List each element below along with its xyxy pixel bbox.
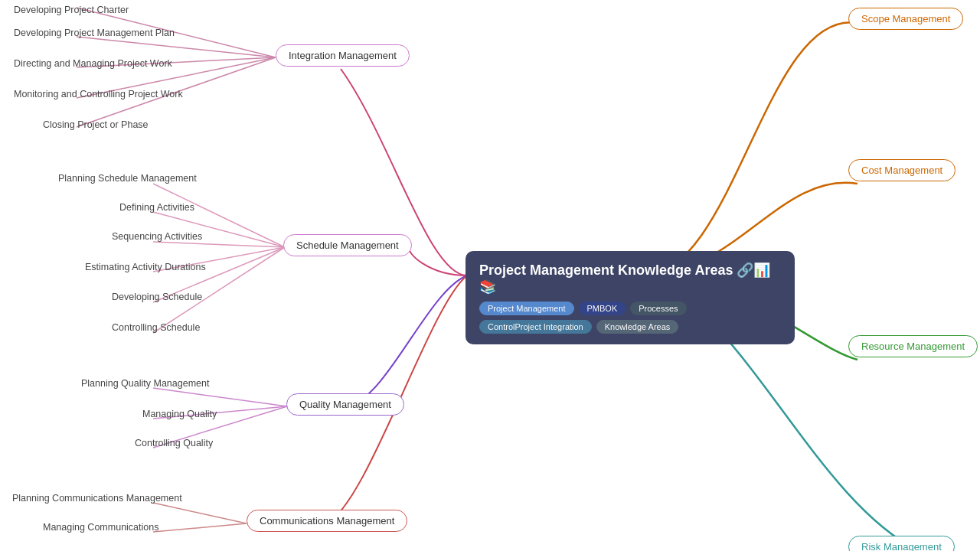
tag-knowledge-areas[interactable]: Knowledge Areas bbox=[596, 320, 679, 334]
resource-management-node[interactable]: Resource Management bbox=[848, 335, 978, 357]
tag-control-project-integration[interactable]: ControlProject Integration bbox=[479, 320, 592, 334]
planning-comms-mgmt: Planning Communications Management bbox=[0, 488, 194, 508]
controlling-schedule: Controlling Schedule bbox=[100, 318, 212, 337]
developing-project-charter: Developing Project Charter bbox=[2, 0, 141, 20]
tag-pmbok[interactable]: PMBOK bbox=[579, 302, 626, 315]
tooltip-title: Project Management Knowledge Areas 🔗📊📚 bbox=[479, 262, 781, 295]
defining-activities: Defining Activities bbox=[107, 197, 207, 217]
tag-project-management[interactable]: Project Management bbox=[479, 302, 574, 315]
cost-management-node[interactable]: Cost Management bbox=[848, 159, 956, 181]
closing-project: Closing Project or Phase bbox=[31, 115, 161, 135]
directing-managing: Directing and Managing Project Work bbox=[2, 54, 185, 73]
schedule-management-node[interactable]: Schedule Management bbox=[283, 234, 412, 256]
monitoring-controlling: Monitoring and Controlling Project Work bbox=[2, 84, 195, 104]
quality-management-node[interactable]: Quality Management bbox=[286, 393, 404, 416]
planning-quality-mgmt: Planning Quality Management bbox=[69, 373, 221, 393]
tooltip-box: Project Management Knowledge Areas 🔗📊📚 P… bbox=[466, 251, 795, 344]
tooltip-tags: Project Management PMBOK Processes Contr… bbox=[479, 302, 781, 334]
sequencing-activities: Sequencing Activities bbox=[100, 227, 214, 246]
controlling-quality: Controlling Quality bbox=[122, 433, 225, 453]
communications-management-node[interactable]: Communications Management bbox=[247, 510, 407, 532]
managing-communications: Managing Communications bbox=[31, 517, 171, 537]
risk-management-node[interactable]: Risk Management bbox=[848, 536, 955, 551]
integration-management-node[interactable]: Integration Management bbox=[276, 44, 410, 67]
estimating-durations: Estimating Activity Durations bbox=[73, 257, 218, 277]
developing-schedule: Developing Schedule bbox=[100, 287, 214, 307]
managing-quality: Managing Quality bbox=[130, 404, 229, 424]
planning-schedule-mgmt: Planning Schedule Management bbox=[46, 168, 209, 188]
scope-management-node[interactable]: Scope Management bbox=[848, 8, 963, 30]
tag-processes[interactable]: Processes bbox=[630, 302, 686, 315]
developing-pm-plan: Developing Project Management Plan bbox=[2, 23, 187, 43]
